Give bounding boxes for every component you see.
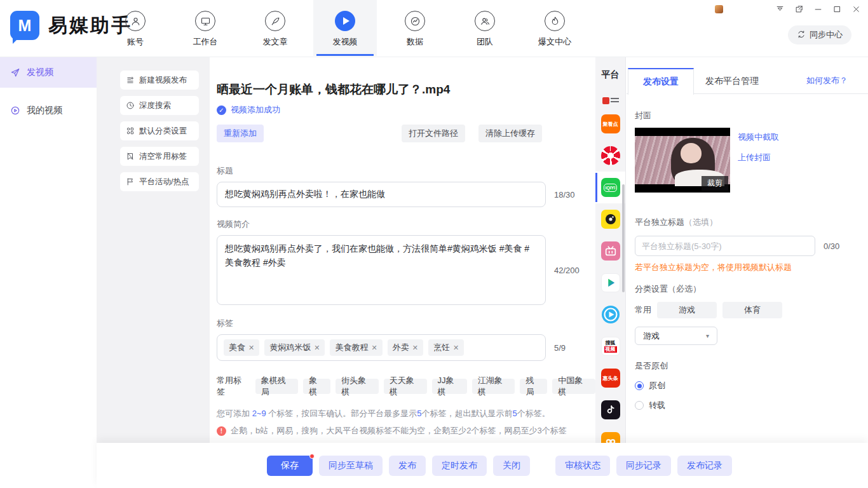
nav-item-团队[interactable]: 团队 — [453, 0, 517, 56]
category-option-游戏[interactable]: 游戏 — [657, 302, 717, 318]
common-tag-chip[interactable]: JJ象棋 — [432, 379, 467, 394]
app-window: M 易媒助手 账号工作台发文章发视频数据团队爆文中心 同步中心 发视频我的视频 … — [0, 0, 868, 488]
category-option-体育[interactable]: 体育 — [722, 302, 782, 318]
platform-item-sohu-video[interactable]: 搜狐视频 — [595, 330, 625, 362]
quick-button-深度搜索[interactable]: 深度搜索 — [120, 96, 199, 115]
platform-item-jukandian[interactable]: 聚看点 — [595, 108, 625, 140]
cover-link-上传封面[interactable]: 上传封面 — [738, 152, 779, 163]
title-input[interactable] — [217, 182, 546, 207]
clear-upload-cache-button[interactable]: 清除上传缓存 — [478, 125, 542, 142]
tag-chip-label: 黄焖鸡米饭 — [269, 342, 311, 353]
maximize-button[interactable] — [832, 4, 843, 15]
platform-item-haokan[interactable] — [595, 299, 625, 330]
original-label: 是否原创 — [635, 360, 868, 372]
platform-item-meipai[interactable] — [595, 203, 625, 235]
nav-item-发视频[interactable]: 发视频 — [313, 0, 377, 56]
minimize-button[interactable] — [813, 4, 824, 15]
cover-thumbnail[interactable]: 裁剪 — [635, 128, 730, 193]
tag-chip[interactable]: 烹饪✕ — [428, 339, 464, 356]
readd-video-button[interactable]: 重新添加 — [217, 125, 264, 142]
description-textarea[interactable]: 想吃黄焖鸡别再点外卖了，我们在家也能做，方法很简单#黄焖鸡米饭 #美食 #美食教… — [217, 235, 546, 305]
nav-item-工作台[interactable]: 工作台 — [173, 0, 237, 56]
original-option-转载[interactable]: 转载 — [635, 400, 868, 411]
nav-item-数据[interactable]: 数据 — [383, 0, 447, 56]
crop-cover-button[interactable]: 裁剪 — [702, 176, 728, 191]
left-sidebar: 发视频我的视频 — [0, 57, 97, 488]
menu-button[interactable] — [775, 4, 785, 15]
remove-tag-icon[interactable]: ✕ — [453, 344, 459, 352]
hint-text: 个标签。 — [517, 409, 550, 418]
nav-item-爆文中心[interactable]: 爆文中心 — [523, 0, 587, 56]
publish-settings-panel: 如何发布？ 发布设置发布平台管理 封面 裁剪 视频中截取上传封面 平台独立标题（… — [627, 57, 868, 443]
nav-item-账号[interactable]: 账号 — [104, 0, 167, 56]
platform-item-dafeng[interactable] — [595, 140, 625, 172]
tab-发布平台管理[interactable]: 发布平台管理 — [695, 68, 769, 94]
common-tag-chip[interactable]: 中国象棋 — [552, 379, 595, 394]
footer-button-发布[interactable]: 发布 — [389, 456, 426, 476]
platform-item-tencent-video[interactable] — [595, 267, 625, 299]
footer-button-发布记录[interactable]: 发布记录 — [677, 456, 732, 476]
platform-scrollbar[interactable] — [622, 184, 625, 292]
sidebar-item-label: 发视频 — [27, 67, 53, 78]
list-plus-icon — [126, 76, 135, 85]
platform-item-bilibili[interactable] — [595, 235, 625, 267]
common-tag-chip[interactable]: 天天象棋 — [384, 379, 427, 394]
footer-button-同步至草稿[interactable]: 同步至草稿 — [319, 456, 383, 476]
platform-item-douyin[interactable] — [595, 394, 625, 426]
popout-button[interactable] — [794, 4, 804, 15]
remove-tag-icon[interactable]: ✕ — [314, 344, 320, 352]
tags-field-label: 标签 — [217, 318, 595, 329]
quick-button-新建视频发布[interactable]: 新建视频发布 — [120, 71, 199, 90]
quick-button-平台活动/热点[interactable]: 平台活动/热点 — [120, 172, 199, 191]
quick-button-清空常用标签[interactable]: 清空常用标签 — [120, 147, 199, 166]
sync-center-button[interactable]: 同步中心 — [788, 25, 851, 44]
tags-input[interactable]: 美食✕黄焖鸡米饭✕美食教程✕外卖✕烹饪✕ — [217, 334, 546, 361]
tags-warning-text: 企鹅，b站，网易，搜狗，大风平台视频标签不能为空，企鹅至少2个标签，网易至少3个… — [231, 425, 567, 437]
footer-button-保存[interactable]: 保存 — [267, 456, 313, 476]
nav-item-发文章[interactable]: 发文章 — [243, 0, 307, 56]
platform-item-goggles[interactable] — [595, 426, 625, 443]
sidebar-item-我的视频[interactable]: 我的视频 — [0, 95, 97, 126]
category-select[interactable]: 游戏 — [635, 327, 717, 345]
tag-chip[interactable]: 黄焖鸡米饭✕ — [264, 339, 325, 356]
platform-item-iqiyi[interactable]: iQIYI — [595, 172, 625, 203]
feather-icon — [265, 11, 285, 31]
open-file-path-button[interactable]: 打开文件路径 — [402, 125, 465, 142]
monitor-icon — [195, 11, 215, 31]
common-tag-chip[interactable]: 象棋 — [303, 379, 330, 394]
footer-button-同步记录[interactable]: 同步记录 — [616, 456, 671, 476]
independent-title-counter: 0/30 — [824, 241, 839, 251]
tag-chip[interactable]: 美食教程✕ — [330, 339, 382, 356]
remove-tag-icon[interactable]: ✕ — [412, 344, 418, 352]
common-tag-chip[interactable]: 象棋残局 — [255, 379, 299, 394]
close-button[interactable] — [851, 4, 862, 15]
common-tag-chip[interactable]: 街头象棋 — [336, 379, 379, 394]
platform-item-huitoutiao[interactable]: 惠头条 — [595, 362, 625, 394]
common-tag-chip[interactable]: 江湖象棋 — [472, 379, 515, 394]
tag-chip[interactable]: 美食✕ — [224, 339, 259, 356]
quick-button-默认分类设置[interactable]: 默认分类设置 — [120, 121, 199, 140]
cover-link-视频中截取[interactable]: 视频中截取 — [738, 132, 779, 143]
radio-checked-icon[interactable] — [635, 381, 644, 390]
tag-chip[interactable]: 外卖✕ — [388, 339, 423, 356]
user-icon — [125, 11, 146, 31]
footer-button-label: 发布 — [398, 460, 416, 471]
remove-tag-icon[interactable]: ✕ — [371, 344, 377, 352]
platform-item-mini-news[interactable] — [595, 93, 625, 108]
tab-发布设置[interactable]: 发布设置 — [628, 68, 694, 95]
team-icon — [475, 11, 495, 31]
common-tag-chip[interactable]: 残局 — [520, 379, 547, 394]
original-option-原创[interactable]: 原创 — [635, 380, 868, 391]
footer-button-label: 定时发布 — [442, 460, 477, 471]
remove-tag-icon[interactable]: ✕ — [248, 344, 254, 352]
footer-button-关闭[interactable]: 关闭 — [493, 456, 530, 476]
quick-button-label: 默认分类设置 — [139, 126, 187, 137]
sidebar-item-发视频[interactable]: 发视频 — [0, 57, 97, 88]
footer-button-审核状态[interactable]: 审核状态 — [555, 456, 610, 476]
radio-unchecked-icon[interactable] — [635, 401, 644, 410]
category-selected-value: 游戏 — [643, 330, 660, 342]
footer-button-定时发布[interactable]: 定时发布 — [432, 456, 487, 476]
how-to-publish-link[interactable]: 如何发布？ — [806, 75, 848, 86]
independent-title-input[interactable] — [635, 236, 815, 256]
nav-item-label: 工作台 — [193, 36, 218, 48]
